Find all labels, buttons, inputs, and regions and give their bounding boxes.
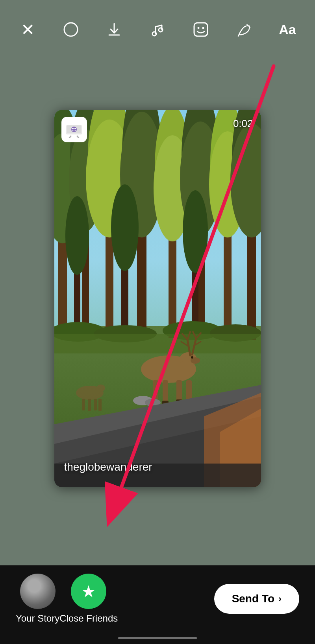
close-button[interactable]: ✕ [16, 18, 39, 41]
toolbar: ✕ [0, 0, 315, 51]
download-icon[interactable] [102, 18, 126, 41]
chevron-right-icon: › [278, 593, 282, 604]
svg-point-6 [198, 27, 200, 29]
bottom-bar: Your Story ★ Close Friends Send To › [0, 565, 315, 644]
svg-rect-52 [163, 380, 168, 403]
svg-line-88 [69, 136, 71, 138]
music-icon[interactable] [146, 18, 169, 41]
svg-rect-48 [182, 361, 190, 373]
svg-rect-53 [176, 380, 182, 402]
video-timer: 0:02 [233, 118, 253, 130]
your-story-option[interactable]: Your Story [16, 574, 59, 624]
svg-line-89 [77, 136, 79, 138]
story-avatar [20, 574, 56, 609]
app-logo-icon [64, 121, 84, 138]
svg-point-86 [72, 128, 74, 129]
svg-point-7 [202, 27, 204, 29]
circle-icon[interactable] [59, 18, 83, 41]
sticker-icon[interactable] [189, 18, 213, 41]
svg-rect-51 [153, 380, 158, 402]
svg-point-36 [65, 196, 89, 275]
home-indicator [118, 637, 197, 639]
svg-point-0 [64, 23, 78, 36]
send-to-button[interactable]: Send To › [214, 584, 299, 614]
svg-point-40 [183, 190, 208, 273]
close-friends-option[interactable]: ★ Close Friends [59, 574, 118, 624]
svg-point-71 [96, 385, 105, 392]
close-friends-circle: ★ [71, 574, 106, 609]
forest-scene [54, 110, 261, 487]
username-overlay: theglobewanderer [64, 461, 152, 473]
svg-point-87 [74, 128, 76, 129]
svg-rect-73 [88, 399, 91, 411]
send-to-label: Send To [232, 592, 274, 605]
svg-point-50 [191, 356, 193, 359]
svg-rect-72 [82, 399, 85, 410]
close-friends-label: Close Friends [59, 613, 118, 624]
svg-rect-5 [194, 23, 208, 36]
svg-rect-45 [54, 334, 261, 353]
text-icon[interactable]: Aa [276, 18, 299, 41]
draw-icon[interactable] [232, 18, 256, 41]
main-content: 0:02 theglobewanderer [0, 0, 315, 573]
video-card[interactable]: 0:02 theglobewanderer [54, 110, 261, 487]
svg-point-3 [152, 32, 156, 36]
svg-rect-75 [98, 399, 102, 411]
app-container: ✕ [0, 0, 315, 644]
svg-rect-74 [94, 399, 97, 410]
svg-point-4 [159, 28, 163, 32]
star-icon: ★ [81, 582, 96, 601]
your-story-label: Your Story [16, 613, 59, 624]
app-logo [61, 117, 87, 142]
svg-point-38 [111, 184, 139, 271]
